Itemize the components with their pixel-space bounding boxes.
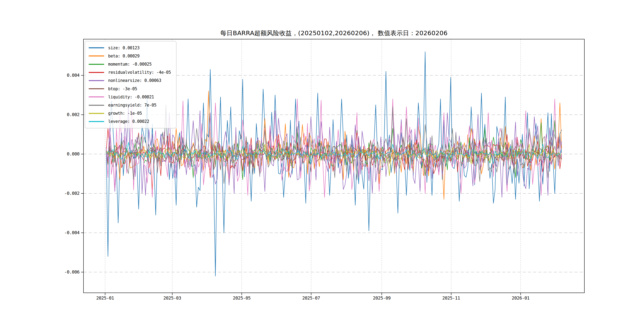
legend-label: liquidity: -0.00021 [108,94,154,100]
legend-swatch-liquidity [89,96,104,98]
legend-swatch-nonlinearsize [89,80,104,81]
legend-label: leverage: 0.00022 [108,119,149,124]
legend-box: size: 0.00123beta: 0.00029momentum: -0.0… [85,41,176,128]
legend-swatch-growth [89,113,104,114]
legend-item-earningsyield: earningsyield: 7e-05 [89,101,171,109]
legend-swatch-residualvolatility [89,72,104,73]
y-tick-label: -0.002 [40,190,80,196]
legend-label: earningsyield: 7e-05 [108,103,156,108]
x-tick-label: 2025-09 [362,296,402,300]
legend-swatch-momentum [89,64,104,65]
legend-label: beta: 0.00029 [108,54,140,58]
legend-item-beta: beta: 0.00029 [89,52,171,60]
figure: 每日BARRA超额风险收益，(20250102,20260206)， 数值表示日… [0,0,644,322]
legend-swatch-size [89,47,104,48]
x-tick-label: 2025-11 [431,296,471,300]
legend-item-momentum: momentum: -0.00025 [89,60,171,68]
y-tick-label: -0.006 [40,269,80,275]
y-tick-label: 0.000 [40,151,80,157]
legend-item-leverage: leverage: 0.00022 [89,118,171,126]
legend-label: btop: -3e-05 [108,86,137,91]
legend-item-nonlinearsize: nonlinearsize: 0.00063 [89,76,171,85]
legend-swatch-btop [89,88,104,89]
legend-label: momentum: -0.00025 [108,62,152,66]
y-tick-label: 0.004 [40,72,80,78]
legend-label: size: 0.00123 [108,46,140,50]
legend-item-liquidity: liquidity: -0.00021 [89,93,171,101]
x-tick-label: 2026-01 [501,296,540,300]
legend-item-size: size: 0.00123 [89,44,171,52]
y-tick-label: 0.002 [40,112,80,118]
x-tick-label: 2025-05 [222,296,262,300]
legend-swatch-leverage [89,121,104,122]
legend-swatch-earningsyield [89,105,104,106]
y-tick-label: -0.004 [40,230,80,236]
legend-item-residualvolatility: residualvolatility: -4e-05 [89,68,171,76]
chart-title: 每日BARRA超额风险收益，(20250102,20260206)， 数值表示日… [84,29,584,37]
legend-item-growth: growth: -1e-05 [89,109,171,118]
x-tick-label: 2025-01 [85,296,125,300]
legend-item-btop: btop: -3e-05 [89,85,171,93]
legend-label: residualvolatility: -4e-05 [108,70,171,75]
legend-label: nonlinearsize: 0.00063 [108,78,161,83]
x-tick-label: 2025-03 [152,296,192,300]
legend-swatch-beta [89,56,104,56]
x-tick-label: 2025-07 [291,296,331,300]
legend-label: growth: -1e-05 [108,111,142,116]
